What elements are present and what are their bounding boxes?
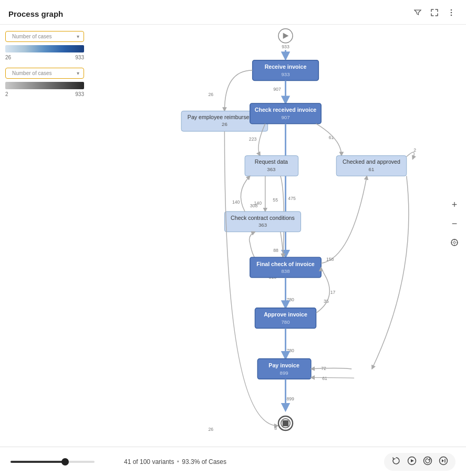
svg-point-0 xyxy=(451,9,452,11)
graph-area: 933 Receive invoice 933 907 26 Pay emplo… xyxy=(105,25,466,446)
edge-right72-pay xyxy=(311,368,351,368)
node-request-count: 363 xyxy=(267,166,275,172)
page-title: Process graph xyxy=(8,9,63,18)
edge-label-8: 8 xyxy=(274,426,277,431)
legend-bar-1 xyxy=(5,45,84,52)
dropdown-cases-1[interactable]: Number of cases ▾ xyxy=(5,31,84,42)
node-request-label: Request data xyxy=(255,158,288,165)
edge-label-907: 907 xyxy=(273,87,281,92)
variant-info: 41 of 100 variants • 93.3% of Cases xyxy=(124,458,376,466)
node-checked-appr-label: Checked and approved xyxy=(343,158,400,165)
node-check-recv-label: Check received invoice xyxy=(255,107,317,113)
refresh-button[interactable] xyxy=(389,455,403,469)
process-graph-svg: 933 Receive invoice 933 907 26 Pay emplo… xyxy=(105,25,466,446)
start-count-label: 933 xyxy=(282,44,289,49)
edge-label-223: 223 xyxy=(249,136,257,142)
zoom-in-button[interactable]: + xyxy=(447,197,462,212)
refresh-icon xyxy=(391,456,401,466)
more-icon xyxy=(447,8,455,17)
edge-label-475: 475 xyxy=(288,196,296,201)
funnel-icon xyxy=(413,8,422,17)
node-check-recv-count: 907 xyxy=(281,114,289,120)
zoom-out-button[interactable]: − xyxy=(447,216,462,231)
edge-label-899: 899 xyxy=(286,396,294,401)
edge-checked-self xyxy=(407,152,415,159)
edge-checked-pay xyxy=(372,176,409,369)
node-final-check-label: Final check of invoice xyxy=(256,261,315,267)
legend-labels-1: 26 933 xyxy=(5,55,84,60)
expand-button[interactable] xyxy=(428,7,441,20)
slider-fill xyxy=(11,461,65,463)
svg-point-4 xyxy=(453,241,455,244)
svg-point-1 xyxy=(451,12,452,14)
replay-button[interactable] xyxy=(421,455,434,469)
legend-labels-2: 2 933 xyxy=(5,91,84,97)
svg-point-11 xyxy=(424,457,432,464)
node-receive-count: 933 xyxy=(281,71,289,77)
bottom-bar: 41 of 100 variants • 93.3% of Cases xyxy=(0,447,466,476)
header: Process graph xyxy=(0,0,466,25)
node-check-contract-count: 363 xyxy=(258,222,267,228)
node-pay-emp-count: 26 xyxy=(222,121,227,127)
node-approve-count: 780 xyxy=(281,319,289,325)
edge-label-26a: 26 xyxy=(208,92,213,97)
sidebar: Number of cases ▾ 26 933 Number of cases… xyxy=(0,25,105,446)
node-final-check-count: 838 xyxy=(281,268,289,274)
main-content: Number of cases ▾ 26 933 Number of cases… xyxy=(0,25,466,446)
edge-label-780a: 780 xyxy=(286,297,294,302)
more-button[interactable] xyxy=(445,7,458,20)
edge-label-2: 2 xyxy=(413,147,416,153)
edge-label-308: 308 xyxy=(250,203,258,208)
edge-receive-payemp xyxy=(224,70,252,111)
edge-label-26b: 26 xyxy=(208,427,213,432)
edge-final-checked xyxy=(321,176,367,263)
skip-button[interactable] xyxy=(437,455,450,469)
dropdown-cases-2[interactable]: Number of cases ▾ xyxy=(5,68,84,79)
slider-track[interactable] xyxy=(11,461,95,463)
slider-thumb[interactable] xyxy=(61,458,69,466)
edge-label-140b: 140 xyxy=(232,199,240,205)
header-actions xyxy=(411,7,458,20)
slider-container xyxy=(11,461,116,463)
edge-label-17: 17 xyxy=(330,290,336,295)
zoom-controls: + − xyxy=(443,193,466,254)
edge-right61-pay xyxy=(311,377,354,378)
svg-marker-10 xyxy=(411,459,414,462)
start-play-icon xyxy=(283,33,289,39)
play-button[interactable] xyxy=(405,455,419,469)
play-icon xyxy=(407,456,417,466)
target-icon xyxy=(450,238,459,247)
node-receive-label: Receive invoice xyxy=(265,64,307,70)
expand-icon xyxy=(430,8,439,17)
svg-point-2 xyxy=(451,15,452,16)
node-check-contract-label: Check contract conditions xyxy=(231,215,295,221)
edge-label-55: 55 xyxy=(273,197,278,203)
node-pay-inv-count: 899 xyxy=(280,370,288,376)
edge-contract-request xyxy=(241,176,250,211)
end-stop-icon xyxy=(283,420,289,427)
node-checked-appr-count: 61 xyxy=(369,166,375,172)
legend-bar-2 xyxy=(5,82,84,89)
filter-button[interactable] xyxy=(411,7,424,20)
node-approve-label: Approve invoice xyxy=(264,311,307,318)
skip-icon xyxy=(439,456,448,466)
replay-icon xyxy=(423,456,432,466)
edge-label-61b: 61 xyxy=(322,376,327,381)
playback-controls xyxy=(384,453,455,471)
edge-label-88: 88 xyxy=(273,248,278,253)
edge-label-780b: 780 xyxy=(286,348,294,353)
reset-view-button[interactable] xyxy=(447,235,462,250)
node-pay-inv-label: Pay invoice xyxy=(268,362,299,368)
edge-contract-final xyxy=(281,232,283,257)
